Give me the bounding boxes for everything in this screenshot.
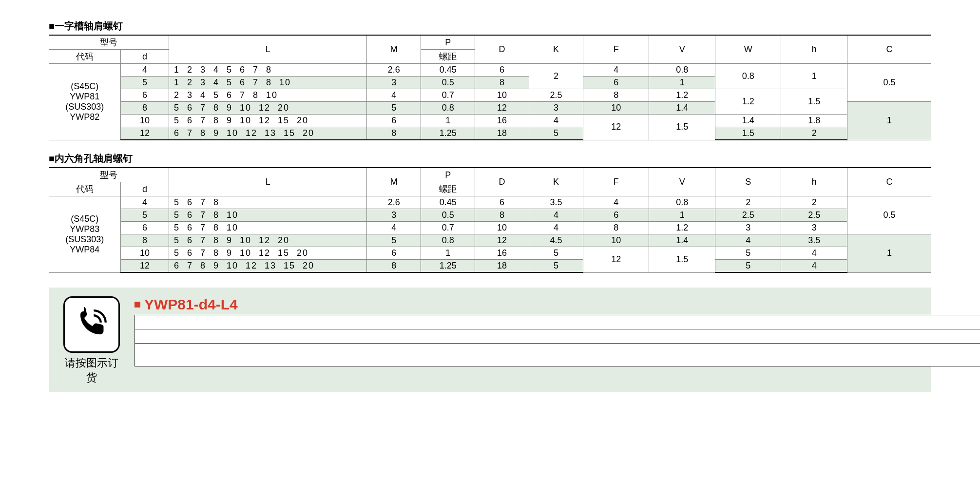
cell: 8 [121, 234, 169, 247]
example-code: YWP81-d4-L4 [144, 296, 238, 313]
cell: 16 [475, 115, 529, 127]
th-pitch-sub: 螺距 [421, 182, 475, 196]
th-K: K [529, 35, 583, 64]
th-pitch-sub: 螺距 [421, 50, 475, 64]
table-row: 6 5 6 7 8 10 4 0.7 10 4 8 1.2 3 3 [49, 222, 931, 234]
cell: 4 [529, 222, 583, 234]
cell: 8 [121, 102, 169, 115]
bullet-icon [135, 302, 140, 308]
th-code: 代码 [49, 182, 121, 196]
cell: 6 [367, 115, 421, 127]
th-D: D [475, 35, 529, 64]
cell: 2.5 [715, 209, 781, 222]
th-h: h [781, 168, 847, 196]
cell: 10 [475, 89, 529, 102]
cell: 1 [421, 115, 475, 127]
table1: 型号 L M P D K F V W h C 代码 d 螺距 (S45C) YW… [49, 35, 931, 140]
cell: 1.5 [715, 127, 781, 140]
cell: 8 [475, 209, 529, 222]
cell: 8 [367, 260, 421, 273]
th-model: 型号 [135, 315, 980, 329]
cell: 0.8 [421, 102, 475, 115]
cell: 12 [121, 260, 169, 273]
cell: 0.7 [421, 89, 475, 102]
cell: 4 [121, 64, 169, 77]
phone-block: 请按图示订货 [63, 296, 120, 385]
cell: 1.2 [649, 222, 715, 234]
cell: 0.45 [421, 64, 475, 77]
cell: 12 [475, 234, 529, 247]
th-code: 代码 [49, 50, 121, 64]
cell: 4 [529, 209, 583, 222]
th-P: P [421, 35, 475, 50]
th-model: 型号 [49, 35, 169, 50]
cell: 2.5 [781, 209, 847, 222]
cell: 4.5 [529, 234, 583, 247]
cell: 3 [715, 222, 781, 234]
cell: YWP81 [135, 344, 980, 366]
table2: 型号 L M P D K F V S h C 代码 d 螺距 (S45C) YW… [49, 167, 931, 273]
cell: 5 [529, 127, 583, 140]
example-1: YWP81-d4-L4 型号 L 代码 d YWP81 4 1 2 3 4 5 … [135, 296, 980, 366]
table-row: 5 5 6 7 8 10 3 0.5 8 4 6 1 2.5 2.5 [49, 209, 931, 222]
th-C: C [847, 168, 931, 196]
th-W: W [715, 35, 781, 64]
cell: 4 [121, 196, 169, 209]
cell: 2 3 4 5 6 7 8 10 [169, 89, 367, 102]
cell: 4 [583, 64, 649, 77]
cell: 12 [121, 127, 169, 140]
cell: 6 [475, 64, 529, 77]
th-F: F [583, 168, 649, 196]
cell: 1.4 [649, 234, 715, 247]
cell: 4 [715, 234, 781, 247]
cell: 2 [715, 196, 781, 209]
cell: 5 [715, 247, 781, 260]
cell: 3 [529, 102, 583, 115]
cell: 5 6 7 8 10 [169, 209, 367, 222]
cell: 0.45 [421, 196, 475, 209]
cell: 0.5 [421, 209, 475, 222]
model-code-label: (S45C) YWP81 (SUS303) YWP82 [49, 64, 121, 140]
cell: 5 6 7 8 9 10 12 20 [169, 102, 367, 115]
table2-title: ■内六角孔轴肩螺钉 [49, 152, 931, 165]
th-L: L [169, 168, 367, 196]
cell: 8 [367, 127, 421, 140]
th-P: P [421, 168, 475, 182]
cell: 3.5 [529, 196, 583, 209]
table-row: 10 5 6 7 8 9 10 12 15 20 6 1 16 4 12 1.5… [49, 115, 931, 127]
cell: 1.2 [649, 89, 715, 102]
cell: 5 [529, 247, 583, 260]
cell: 5 6 7 8 9 10 12 15 20 [169, 247, 367, 260]
cell: 2 [781, 196, 847, 209]
cell: 5 6 7 8 10 [169, 222, 367, 234]
example-table-1: 型号 L 代码 d YWP81 4 1 2 3 4 5 6 7 8 [135, 315, 980, 366]
cell: 6 [121, 222, 169, 234]
table-row: (S45C) YWP81 (SUS303) YWP82 4 1 2 3 4 5 … [49, 64, 931, 77]
cell: 4 [781, 247, 847, 260]
cell: 1 2 3 4 5 6 7 8 10 [169, 77, 367, 89]
cell: 1.5 [649, 115, 715, 140]
cell: 1 [421, 247, 475, 260]
cell: 6 [475, 196, 529, 209]
th-S: S [715, 168, 781, 196]
th-F: F [583, 35, 649, 64]
cell: 1.25 [421, 260, 475, 273]
cell: 2 [781, 127, 847, 140]
model-code-label: (S45C) YWP83 (SUS303) YWP84 [49, 196, 121, 273]
cell: 1.5 [649, 247, 715, 273]
table-row: 10 5 6 7 8 9 10 12 15 20 6 1 16 5 12 1.5… [49, 247, 931, 260]
cell: 4 [367, 89, 421, 102]
cell: 12 [475, 102, 529, 115]
th-C: C [847, 35, 931, 64]
cell: 3 [367, 77, 421, 89]
cell: 6 [583, 209, 649, 222]
th-code: 代码 [135, 329, 980, 344]
cell: 18 [475, 260, 529, 273]
cell: 5 [367, 102, 421, 115]
cell: 0.5 [847, 64, 931, 102]
cell: 2.5 [529, 89, 583, 102]
cell: 0.8 [715, 64, 781, 89]
cell: 10 [121, 115, 169, 127]
cell: 16 [475, 247, 529, 260]
cell: 1.25 [421, 127, 475, 140]
